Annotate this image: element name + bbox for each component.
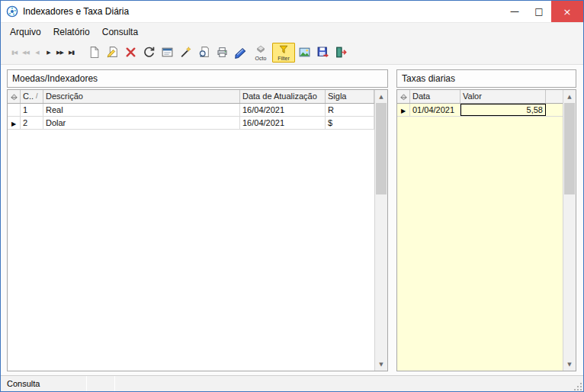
app-window: Indexadores e Taxa Diária — □ × Arquivo …	[0, 0, 584, 392]
minimize-button[interactable]: —	[502, 1, 527, 22]
grid-header: C.. / Descrição Data de Atualização Sigl…	[8, 90, 374, 104]
toolbar-separator	[77, 52, 85, 53]
grid-corner-cell[interactable]	[8, 90, 21, 103]
resize-grip-icon	[574, 382, 582, 390]
scroll-down-icon[interactable]: ▼	[375, 358, 387, 371]
column-header-data[interactable]: Data	[410, 90, 460, 103]
nav-last-button[interactable]: ▶▮	[66, 46, 77, 59]
menu-consulta[interactable]: Consulta	[96, 24, 144, 40]
row-indicator-cell: ▶	[397, 104, 410, 116]
scroll-down-icon[interactable]: ▼	[563, 358, 576, 371]
new-document-icon	[88, 46, 101, 59]
blue-book-icon	[234, 46, 247, 59]
magic-wand-icon	[179, 46, 192, 59]
cell-valor-focused[interactable]: 5,58	[460, 104, 546, 116]
statusbar-panel-main	[115, 376, 573, 391]
column-header-sigla[interactable]: Sigla	[326, 90, 374, 103]
properties-window-icon	[161, 46, 174, 59]
panel-taxas-diarias: Taxas diarias Data Valor ▶	[396, 69, 576, 371]
column-label: C..	[23, 90, 34, 103]
column-header-filler	[546, 90, 563, 103]
scroll-thumb[interactable]	[564, 103, 575, 194]
window-controls: — □ ×	[502, 1, 583, 22]
octo-button[interactable]: Octo	[249, 43, 272, 63]
nav-prior-page-button[interactable]: ◀◀	[20, 46, 31, 59]
printer-icon	[216, 46, 229, 59]
maximize-button[interactable]: □	[527, 1, 551, 22]
statusbar-panel-consulta: Consulta	[1, 376, 86, 391]
octo-diamond-icon	[255, 44, 266, 55]
column-header-descricao[interactable]: Descrição	[43, 90, 240, 103]
book-button[interactable]	[231, 43, 249, 63]
close-button[interactable]: ×	[551, 1, 583, 22]
filter-label: Filter	[278, 56, 290, 61]
properties-button[interactable]	[158, 43, 176, 63]
nav-prior-button[interactable]: ◀	[31, 46, 43, 59]
panel-moedas-indexadores: Moedas/Indexadores C.. / Descrição	[7, 69, 388, 371]
edit-document-icon	[106, 46, 119, 59]
menu-relatorio[interactable]: Relatório	[47, 24, 96, 40]
wand-button[interactable]	[176, 43, 194, 63]
table-row-taxa[interactable]: ▶ 01/04/2021 5,58	[397, 104, 563, 117]
row-indicator-cell	[8, 104, 21, 116]
cell-data[interactable]: 16/04/2021	[240, 117, 326, 129]
refresh-icon	[143, 46, 156, 59]
menubar: Arquivo Relatório Consulta	[1, 22, 583, 40]
column-header-data-atualizacao[interactable]: Data de Atualização	[240, 90, 326, 103]
statusbar-text: Consulta	[7, 379, 40, 388]
picture-icon	[298, 46, 311, 59]
grid-options-icon	[10, 92, 18, 101]
table-row-dolar[interactable]: ▶ 2 Dolar 16/04/2021 $	[8, 117, 374, 130]
nav-next-page-button[interactable]: ▶▶	[54, 46, 66, 59]
save-export-button[interactable]	[313, 43, 332, 63]
resize-grip[interactable]	[573, 376, 583, 391]
cell-codigo[interactable]: 2	[21, 117, 43, 129]
grid-corner-cell[interactable]	[397, 90, 410, 103]
current-row-icon: ▶	[11, 120, 16, 127]
grid-options-icon	[399, 92, 408, 101]
nav-next-button[interactable]: ▶	[43, 46, 54, 59]
filter-button[interactable]: Filter	[272, 43, 295, 63]
column-header-valor[interactable]: Valor	[460, 90, 546, 103]
vertical-scrollbar-left[interactable]: ▲ ▼	[374, 90, 387, 371]
save-export-icon	[316, 46, 329, 59]
cell-data[interactable]: 16/04/2021	[240, 104, 326, 116]
grid-moedas: C.. / Descrição Data de Atualização Sigl…	[7, 89, 388, 371]
scroll-up-icon[interactable]: ▲	[563, 90, 576, 103]
scroll-up-icon[interactable]: ▲	[375, 90, 387, 103]
print-preview-button[interactable]	[194, 43, 213, 63]
cell-data[interactable]: 01/04/2021	[410, 104, 460, 116]
scroll-thumb[interactable]	[376, 103, 387, 194]
titlebar[interactable]: Indexadores e Taxa Diária — □ ×	[1, 1, 583, 22]
table-row-real[interactable]: 1 Real 16/04/2021 R	[8, 104, 374, 117]
cell-descricao[interactable]: Dolar	[43, 117, 240, 129]
exit-door-icon	[335, 46, 348, 59]
grid-header: Data Valor	[397, 90, 563, 104]
app-logo-icon	[6, 5, 18, 18]
cell-codigo[interactable]: 1	[21, 104, 43, 116]
delete-record-button[interactable]	[121, 43, 140, 63]
print-button[interactable]	[213, 43, 231, 63]
sort-indicator-icon: /	[36, 90, 38, 103]
edit-record-button[interactable]	[103, 43, 121, 63]
picture-button[interactable]	[295, 43, 313, 63]
vertical-scrollbar-right[interactable]: ▲ ▼	[563, 90, 576, 371]
statusbar-panel-mid	[87, 376, 114, 391]
new-record-button[interactable]	[85, 43, 103, 63]
cell-sigla[interactable]: $	[326, 117, 374, 129]
menu-arquivo[interactable]: Arquivo	[4, 24, 47, 40]
cell-filler	[546, 104, 563, 116]
cell-sigla[interactable]: R	[326, 104, 374, 116]
grid-taxas: Data Valor ▶ 01/04/2021 5,58 ▲ ▼	[396, 89, 576, 371]
column-header-codigo[interactable]: C.. /	[21, 90, 43, 103]
nav-first-button[interactable]: ▮◀	[8, 46, 20, 59]
delete-x-icon	[124, 46, 137, 59]
filter-funnel-icon	[278, 44, 289, 55]
cell-descricao[interactable]: Real	[43, 104, 240, 116]
toolbar: ▮◀ ◀◀ ◀ ▶ ▶▶ ▶▮	[1, 40, 583, 65]
row-indicator-cell: ▶	[8, 117, 21, 129]
octo-label: Octo	[255, 56, 267, 61]
refresh-button[interactable]	[140, 43, 158, 63]
exit-button[interactable]	[332, 43, 350, 63]
panel-title-moedas: Moedas/Indexadores	[7, 69, 388, 88]
